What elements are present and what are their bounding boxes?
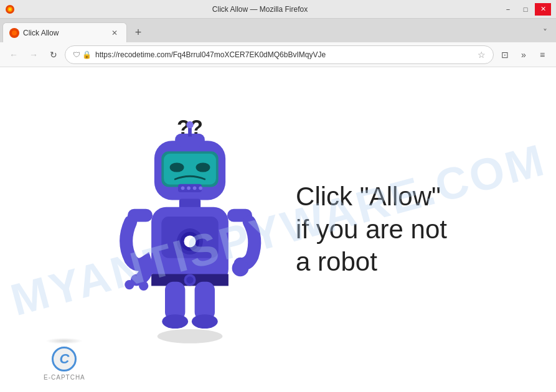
svg-point-36 xyxy=(158,329,223,343)
tabbar: Click Allow ✕ + ˅ xyxy=(0,19,556,42)
text-line-2: if you are not xyxy=(296,213,447,246)
svg-point-15 xyxy=(193,186,197,190)
navbar: ← → ↻ 🛡 🔒 https://recodetime.com/Fq4Brru… xyxy=(0,42,556,67)
svg-point-13 xyxy=(181,186,185,190)
forward-button[interactable]: → xyxy=(25,46,42,63)
tab-close-button[interactable]: ✕ xyxy=(109,27,120,39)
text-line-3: a robot xyxy=(296,246,447,279)
firefox-logo xyxy=(5,4,15,14)
svg-point-31 xyxy=(232,260,249,277)
window-controls: − □ ✕ xyxy=(500,3,551,16)
lock-icon: 🔒 xyxy=(82,50,92,59)
reload-button[interactable]: ↻ xyxy=(45,46,62,63)
svg-point-16 xyxy=(199,186,202,190)
nav-extra-buttons: ⊡ » ≡ xyxy=(496,46,551,63)
svg-point-11 xyxy=(196,162,210,172)
tab-label: Click Allow xyxy=(23,29,105,37)
page-content-area: MYANTISPYWARE.COM ?? xyxy=(0,67,556,392)
security-icons: 🛡 🔒 xyxy=(73,50,92,59)
svg-point-35 xyxy=(192,314,218,329)
minimize-button[interactable]: − xyxy=(500,3,516,16)
menu-button[interactable]: ≡ xyxy=(534,46,551,63)
bookmark-star-icon[interactable]: ☆ xyxy=(478,50,486,60)
tab-overflow-button[interactable]: ˅ xyxy=(536,24,554,41)
svg-point-2 xyxy=(9,8,11,11)
more-tools-button[interactable]: » xyxy=(515,46,532,63)
svg-point-10 xyxy=(170,162,184,172)
new-tab-button[interactable]: + xyxy=(130,24,147,41)
window-title: Click Allow — Mozilla Firefox xyxy=(20,5,500,14)
back-button[interactable]: ← xyxy=(5,46,22,63)
titlebar: Click Allow — Mozilla Firefox − □ ✕ xyxy=(0,0,556,19)
pocket-button[interactable]: ⊡ xyxy=(496,46,514,63)
svg-point-29 xyxy=(139,281,148,291)
shield-icon: 🛡 xyxy=(73,50,80,59)
urlbar[interactable]: 🛡 🔒 https://recodetime.com/Fq4Brrul047mo… xyxy=(65,45,494,64)
svg-point-28 xyxy=(125,280,134,289)
url-text: https://recodetime.com/Fq4Brrul047moXCER… xyxy=(95,50,474,59)
close-button[interactable]: ✕ xyxy=(535,3,551,16)
main-text: Click "Allow" if you are not a robot xyxy=(296,180,447,279)
svg-point-25 xyxy=(186,276,193,283)
svg-point-14 xyxy=(187,186,191,190)
page-layout: ?? xyxy=(0,67,556,392)
text-line-1: Click "Allow" xyxy=(296,180,447,213)
svg-point-22 xyxy=(184,236,196,248)
svg-point-7 xyxy=(186,121,193,128)
maximize-button[interactable]: □ xyxy=(517,3,534,16)
tab-favicon xyxy=(9,28,19,38)
svg-point-34 xyxy=(162,314,188,329)
active-tab[interactable]: Click Allow ✕ xyxy=(2,22,127,42)
robot-illustration: ?? xyxy=(109,105,271,354)
robot-svg: ?? xyxy=(109,105,271,354)
